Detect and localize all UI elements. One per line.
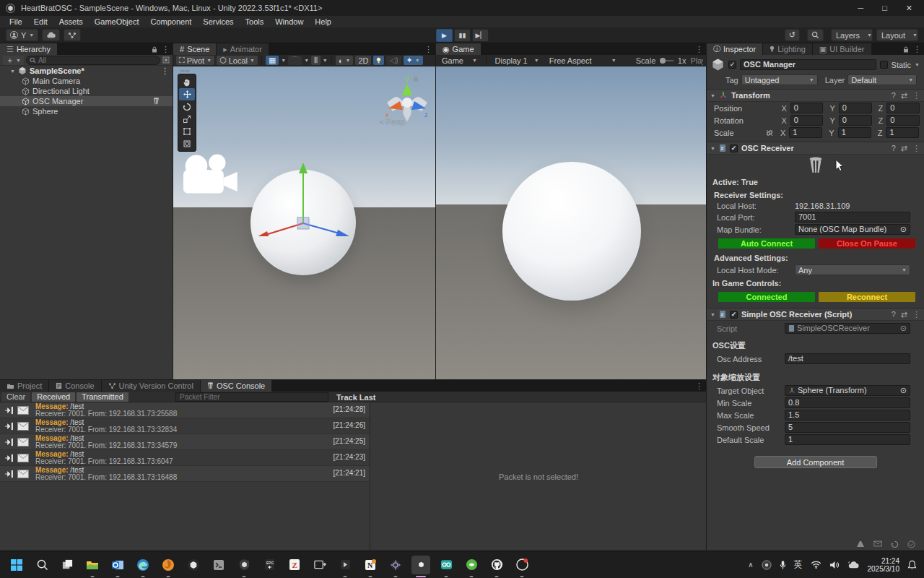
packet-row[interactable]: Message: /testReceiver: 7001. From: 192.… <box>0 402 370 418</box>
lock-icon[interactable] <box>903 46 909 53</box>
taskbar-search-icon[interactable] <box>32 556 51 574</box>
services-button[interactable] <box>64 29 81 41</box>
foldout-caret-icon[interactable]: ▼ <box>10 69 15 74</box>
search-filter-icon[interactable] <box>162 56 170 64</box>
microphone-icon[interactable] <box>780 560 786 570</box>
progress-status-icon[interactable] <box>907 540 915 548</box>
step-button[interactable]: ▶▏ <box>472 29 489 42</box>
start-button[interactable] <box>7 556 26 574</box>
browser-orange-icon[interactable] <box>159 556 178 574</box>
scale-z-field[interactable]: 1 <box>886 127 919 138</box>
component-menu-icon[interactable]: ⋮ <box>912 310 920 319</box>
object-picker-icon[interactable]: ⊙ <box>900 225 907 234</box>
settings-app-icon[interactable] <box>386 556 405 574</box>
terminal-icon[interactable] <box>209 556 228 574</box>
rect-tool[interactable] <box>179 125 195 137</box>
move-snap-toggle[interactable]: ⫴ <box>311 56 321 65</box>
green-app-icon[interactable] <box>462 556 481 574</box>
menu-assets[interactable]: Assets <box>54 17 88 26</box>
position-x-field[interactable]: 0 <box>790 103 824 113</box>
grid-snap-toggle[interactable]: ▦ <box>266 56 279 65</box>
presets-icon[interactable]: ⇄ <box>901 310 907 319</box>
transmitted-toggle[interactable]: Transmitted <box>77 392 128 402</box>
static-dropdown[interactable]: ▼ <box>915 62 920 67</box>
menu-component[interactable]: Component <box>145 17 196 26</box>
received-toggle[interactable]: Received <box>32 392 75 402</box>
close-button[interactable]: ✕ <box>906 4 912 13</box>
active-checkbox[interactable]: ✓ <box>728 61 736 69</box>
magnet-snap-toggle[interactable]: ⌒ <box>288 56 302 65</box>
gizmo-lock-icon[interactable] <box>413 75 419 82</box>
wifi-icon[interactable] <box>811 561 821 569</box>
search-button[interactable] <box>807 29 824 41</box>
pause-button[interactable]: ▮▮ <box>454 29 471 42</box>
scale-tool[interactable] <box>179 113 195 125</box>
shading-mode-dropdown[interactable]: ◐▼ <box>336 56 354 65</box>
unity-shield-icon[interactable] <box>235 556 253 574</box>
inspector-tab[interactable]: ⓘInspector <box>707 43 762 55</box>
scale-x-field[interactable]: 1 <box>789 127 822 138</box>
account-button[interactable]: Y▼ <box>6 29 38 41</box>
local-port-field[interactable]: 7001 <box>795 212 910 223</box>
scene-audio-toggle[interactable]: ◁) <box>386 56 401 65</box>
hierarchy-item-sphere[interactable]: Sphere <box>0 106 173 116</box>
notion-icon[interactable]: N <box>361 556 380 574</box>
move-tool[interactable] <box>179 88 195 100</box>
hierarchy-item-osc-manager[interactable]: OSC Manager <box>0 96 173 106</box>
hierarchy-tab[interactable]: ☰Hierarchy <box>0 43 57 55</box>
ui-builder-tab[interactable]: ▣UI Builder <box>813 43 871 55</box>
hierarchy-scene-row[interactable]: ▼ SampleScene* ⋮ <box>0 66 173 76</box>
panel-menu-icon[interactable]: ⋮ <box>424 45 432 54</box>
scene-menu-icon[interactable]: ⋮ <box>161 66 169 76</box>
project-tab[interactable]: Project <box>0 380 48 392</box>
move-snap-dropdown[interactable]: ▼ <box>323 58 328 63</box>
link-scale-icon[interactable] <box>765 129 774 137</box>
handle-space-dropdown[interactable]: ⬡ Local▼ <box>217 56 258 65</box>
default-scale-field[interactable]: 1 <box>785 434 910 445</box>
transform-header[interactable]: ▼ Transform ?⇄⋮ <box>707 89 924 102</box>
scene-tab[interactable]: #Scene <box>173 43 216 55</box>
object-name-field[interactable]: OSC Manager <box>740 59 876 70</box>
play-button[interactable]: ▶ <box>436 29 453 42</box>
menu-edit[interactable]: Edit <box>29 17 53 26</box>
layout-dropdown[interactable]: Layout▼ <box>876 29 918 41</box>
mail-status-icon[interactable] <box>873 540 882 547</box>
foldout-caret-icon[interactable]: ▼ <box>710 312 715 317</box>
max-scale-field[interactable]: 1.5 <box>785 410 910 420</box>
ime-indicator[interactable]: 英 <box>794 558 803 571</box>
display-dropdown[interactable]: Display 1 ▼ <box>492 56 542 65</box>
presets-icon[interactable]: ⇄ <box>901 91 907 100</box>
panel-menu-icon[interactable]: ⋮ <box>695 45 703 54</box>
scale-slider[interactable] <box>660 58 674 64</box>
cache-icon[interactable] <box>856 540 865 548</box>
unity-version-control-tab[interactable]: Unity Version Control <box>102 380 200 392</box>
hierarchy-item-directional-light[interactable]: Directional Light <box>0 86 173 96</box>
rotate-tool[interactable] <box>179 100 195 113</box>
hierarchy-item-main-camera[interactable]: Main Camera <box>0 76 173 86</box>
game-tab[interactable]: ◉Game <box>436 43 481 55</box>
notification-bell-icon[interactable] <box>907 560 917 570</box>
rotation-x-field[interactable]: 0 <box>790 115 824 126</box>
rotation-z-field[interactable]: 0 <box>886 115 920 126</box>
magnet-snap-dropdown[interactable]: ▼ <box>304 58 309 63</box>
scale-y-field[interactable]: 1 <box>838 127 871 138</box>
game-viewport[interactable] <box>436 66 706 379</box>
maximize-button[interactable]: □ <box>882 4 887 13</box>
help-icon[interactable]: ? <box>892 91 896 100</box>
obs-teal-icon[interactable] <box>437 556 456 574</box>
reconnect-button[interactable]: Reconnect <box>819 292 915 302</box>
lock-icon[interactable] <box>152 46 157 53</box>
scene-effects-dropdown[interactable]: ✦▼ <box>404 56 423 65</box>
lighting-tab[interactable]: Lighting <box>763 43 812 55</box>
packet-row[interactable]: Message: /testReceiver: 7001. From: 192.… <box>0 450 370 466</box>
simple-osc-header[interactable]: ▼ # ✓ Simple OSC Receiver (Script) ?⇄⋮ <box>707 308 924 321</box>
undo-history-button[interactable]: ↺ <box>785 29 800 41</box>
obs-studio-icon[interactable] <box>513 556 531 574</box>
static-checkbox[interactable] <box>880 61 888 69</box>
minimize-button[interactable]: ─ <box>858 4 863 13</box>
animator-tab[interactable]: ▸Animator <box>217 43 269 55</box>
osc-receiver-header[interactable]: ▼ # ✓ OSC Receiver ?⇄⋮ <box>707 142 924 155</box>
add-component-button[interactable]: Add Component <box>754 456 877 468</box>
panel-menu-icon[interactable]: ⋮ <box>162 45 170 54</box>
task-view-icon[interactable] <box>58 556 77 574</box>
